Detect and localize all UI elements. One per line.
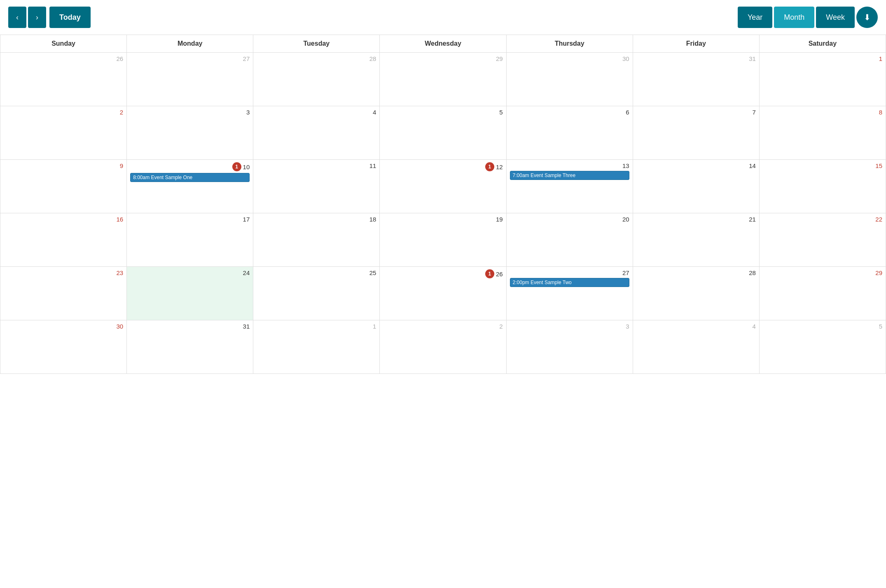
day-number: 2	[120, 109, 123, 116]
col-wednesday: Wednesday	[380, 35, 506, 53]
calendar-cell[interactable]: 22	[759, 213, 886, 267]
day-number: 25	[369, 269, 376, 276]
day-number: 4	[373, 109, 376, 116]
week-view-button[interactable]: Week	[816, 7, 855, 28]
today-button[interactable]: Today	[49, 7, 91, 28]
day-number: 4	[753, 323, 756, 330]
calendar-cell[interactable]: 31	[127, 320, 253, 374]
calendar-cell[interactable]: 4	[253, 106, 380, 160]
calendar-cell[interactable]: 29	[759, 267, 886, 320]
col-saturday: Saturday	[759, 35, 886, 53]
calendar-cell[interactable]: 6	[506, 106, 633, 160]
calendar-cell[interactable]: 28	[633, 267, 759, 320]
calendar-cell[interactable]: 21	[633, 213, 759, 267]
prev-button[interactable]: ‹	[8, 7, 26, 28]
calendar-event[interactable]: 7:00am Event Sample Three	[510, 171, 629, 180]
calendar-cell[interactable]: 137:00am Event Sample Three	[506, 160, 633, 213]
day-number: 24	[243, 269, 250, 276]
calendar-cell[interactable]: 14	[633, 160, 759, 213]
days-of-week-row: Sunday Monday Tuesday Wednesday Thursday…	[0, 35, 886, 53]
calendar-cell[interactable]: 17	[127, 213, 253, 267]
day-number: 20	[622, 216, 629, 223]
day-number: 21	[749, 216, 756, 223]
calendar-cell[interactable]: 5	[759, 320, 886, 374]
calendar-cell[interactable]: 7	[633, 106, 759, 160]
view-controls: Year Month Week ⬇	[738, 7, 878, 28]
calendar-cell[interactable]: 3	[506, 320, 633, 374]
event-count-badge: 1	[485, 162, 494, 171]
day-number: 29	[496, 55, 503, 62]
calendar-cell[interactable]: 26	[0, 53, 127, 106]
event-count-badge: 1	[485, 269, 494, 278]
day-number: 11	[369, 162, 376, 169]
app-container: ‹ › Today Year Month Week ⬇ Sunday Monda…	[0, 0, 886, 374]
calendar-cell[interactable]: 5	[380, 106, 506, 160]
day-number: 13	[622, 162, 629, 169]
calendar-cell[interactable]: 23	[0, 267, 127, 320]
calendar-cell[interactable]: 1108:00am Event Sample One	[127, 160, 253, 213]
day-number: 16	[116, 216, 123, 223]
day-number: 6	[626, 109, 629, 116]
year-view-button[interactable]: Year	[738, 7, 772, 28]
calendar-table: Sunday Monday Tuesday Wednesday Thursday…	[0, 35, 886, 374]
next-button[interactable]: ›	[28, 7, 46, 28]
calendar-cell[interactable]: 1	[253, 320, 380, 374]
day-number: 2	[499, 323, 503, 330]
day-number: 1	[373, 323, 376, 330]
calendar-cell[interactable]: 31	[633, 53, 759, 106]
calendar-week-row: 232425126272:00pm Event Sample Two2829	[0, 267, 886, 320]
calendar-cell[interactable]: 28	[253, 53, 380, 106]
day-number: 23	[116, 269, 123, 276]
day-number: 18	[369, 216, 376, 223]
calendar-cell[interactable]: 3	[127, 106, 253, 160]
download-button[interactable]: ⬇	[856, 7, 878, 28]
calendar-cell[interactable]: 272:00pm Event Sample Two	[506, 267, 633, 320]
day-number: 7	[753, 109, 756, 116]
day-number: 5	[879, 323, 882, 330]
calendar-cell[interactable]: 112	[380, 160, 506, 213]
calendar-cell[interactable]: 30	[0, 320, 127, 374]
calendar-week-row: 2627282930311	[0, 53, 886, 106]
day-number: 27	[243, 55, 250, 62]
calendar-cell[interactable]: 29	[380, 53, 506, 106]
col-tuesday: Tuesday	[253, 35, 380, 53]
calendar-week-row: 91108:00am Event Sample One11112137:00am…	[0, 160, 886, 213]
day-number: 14	[749, 162, 756, 169]
calendar-cell[interactable]: 30	[506, 53, 633, 106]
col-friday: Friday	[633, 35, 759, 53]
calendar-cell[interactable]: 11	[253, 160, 380, 213]
day-number: 29	[875, 269, 882, 276]
calendar-cell[interactable]: 4	[633, 320, 759, 374]
calendar-cell[interactable]: 27	[127, 53, 253, 106]
calendar-cell[interactable]: 18	[253, 213, 380, 267]
calendar-cell[interactable]: 15	[759, 160, 886, 213]
calendar-cell[interactable]: 25	[253, 267, 380, 320]
day-number: 26	[496, 271, 503, 278]
calendar-cell[interactable]: 19	[380, 213, 506, 267]
calendar-cell[interactable]: 9	[0, 160, 127, 213]
col-thursday: Thursday	[506, 35, 633, 53]
month-view-button[interactable]: Month	[774, 7, 814, 28]
calendar-cell[interactable]: 2	[380, 320, 506, 374]
day-number: 1	[879, 55, 882, 62]
day-number: 31	[749, 55, 756, 62]
col-sunday: Sunday	[0, 35, 127, 53]
calendar-cell[interactable]: 20	[506, 213, 633, 267]
day-number: 27	[622, 269, 629, 276]
calendar-cell[interactable]: 16	[0, 213, 127, 267]
nav-controls: ‹ › Today	[8, 7, 91, 28]
day-number: 28	[749, 269, 756, 276]
day-number: 5	[499, 109, 503, 116]
calendar-cell[interactable]: 24	[127, 267, 253, 320]
calendar-cell[interactable]: 2	[0, 106, 127, 160]
calendar-cell[interactable]: 1	[759, 53, 886, 106]
calendar-week-row: 303112345	[0, 320, 886, 374]
day-number: 28	[369, 55, 376, 62]
day-number: 19	[496, 216, 503, 223]
calendar-cell[interactable]: 8	[759, 106, 886, 160]
calendar-week-row: 16171819202122	[0, 213, 886, 267]
calendar-cell[interactable]: 126	[380, 267, 506, 320]
calendar-event[interactable]: 8:00am Event Sample One	[130, 173, 250, 182]
col-monday: Monday	[127, 35, 253, 53]
calendar-event[interactable]: 2:00pm Event Sample Two	[510, 278, 629, 287]
